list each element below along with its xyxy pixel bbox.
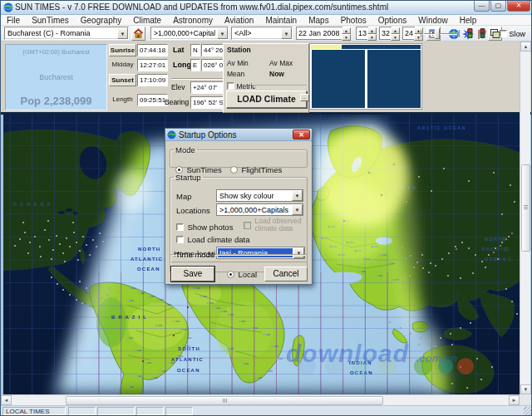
city-dot bbox=[69, 294, 71, 296]
maximize-button[interactable]: ▢ bbox=[490, 1, 506, 12]
more-button[interactable]: ... bbox=[300, 94, 309, 101]
speed-slider-thumb[interactable] bbox=[435, 28, 440, 39]
menu-bar: FileSunTimesGeographyClimateAstronomyAvi… bbox=[1, 15, 532, 26]
slow-checkbox-row[interactable]: Slow bbox=[500, 29, 525, 38]
long-dir-field[interactable]: E bbox=[190, 59, 200, 71]
resize-grip[interactable] bbox=[524, 407, 532, 415]
city-dot bbox=[127, 386, 129, 388]
horizontal-scroll-thumb[interactable] bbox=[66, 396, 383, 405]
midday-value: 12:27:01 bbox=[137, 59, 168, 71]
menu-item-file[interactable]: File bbox=[1, 15, 26, 26]
show-photos-checkbox[interactable] bbox=[176, 223, 184, 231]
menu-item-help[interactable]: Help bbox=[454, 15, 483, 26]
map-combo-value: Show sky colour bbox=[218, 191, 291, 200]
menu-item-climate[interactable]: Climate bbox=[127, 15, 167, 26]
locations-combo[interactable]: >1,000,000+Capitals▼ bbox=[216, 203, 303, 216]
hour-spinner[interactable]: 13 ▲▼ bbox=[356, 27, 368, 40]
save-button[interactable]: Save bbox=[171, 267, 214, 281]
close-button[interactable]: ✕ bbox=[507, 1, 530, 12]
dialog-title-bar[interactable]: Startup Options ✕ bbox=[165, 129, 312, 141]
city-dot bbox=[447, 275, 449, 277]
city-dot bbox=[493, 172, 495, 174]
local-radio-row[interactable]: Local bbox=[227, 267, 257, 281]
location-combo-value: Bucharest (C) - Romania bbox=[7, 29, 116, 37]
length-label: Length bbox=[109, 94, 136, 106]
city-dot bbox=[34, 236, 36, 237]
sunset-button[interactable]: Sunset bbox=[109, 74, 136, 86]
menu-item-aviation[interactable]: Aviation bbox=[219, 15, 259, 26]
city-dot bbox=[44, 229, 46, 231]
city-dot bbox=[214, 307, 215, 309]
cancel-button[interactable]: Cancel bbox=[264, 267, 308, 281]
menu-item-maintain[interactable]: Maintain bbox=[259, 15, 303, 26]
menu-item-window[interactable]: Window bbox=[412, 15, 454, 26]
hour-spin-buttons[interactable]: ▲▼ bbox=[367, 27, 377, 41]
city-dot bbox=[99, 232, 101, 234]
scroll-left-icon[interactable]: ◄ bbox=[1, 395, 12, 405]
city-dot bbox=[79, 250, 81, 252]
chevron-down-icon[interactable]: ▼ bbox=[117, 27, 128, 39]
population-filter-combo[interactable]: >1,000,000+Capitals▼ bbox=[150, 27, 229, 40]
horizontal-scrollbar[interactable]: ◄ ► bbox=[1, 394, 520, 405]
minimize-button[interactable]: — bbox=[474, 1, 490, 12]
date-spinner[interactable]: 22 Jan 2008 ▲▼ bbox=[296, 27, 342, 40]
city-dot bbox=[94, 301, 96, 302]
city-dot bbox=[448, 252, 450, 254]
region-filter-combo[interactable]: <All>▼ bbox=[231, 27, 293, 40]
load-climate-row[interactable]: Load climate data bbox=[176, 232, 249, 247]
metric-checkbox[interactable] bbox=[227, 82, 234, 90]
home-icon bbox=[133, 28, 144, 39]
chevron-down-icon[interactable]: ▼ bbox=[292, 190, 303, 201]
map-label: OCEAN bbox=[177, 368, 200, 373]
menu-item-geography[interactable]: Geography bbox=[75, 15, 127, 26]
mode-legend: Mode bbox=[174, 145, 197, 154]
map-combo[interactable]: Show sky colour▼ bbox=[216, 189, 303, 202]
city-dot bbox=[355, 250, 357, 252]
slow-checkbox[interactable] bbox=[500, 30, 507, 37]
city-dot bbox=[406, 201, 407, 203]
scroll-right-icon[interactable]: ► bbox=[509, 395, 520, 405]
vertical-scrollbar[interactable]: ▲ ▼ bbox=[520, 42, 530, 394]
city-dot bbox=[151, 377, 153, 379]
dialog-close-button[interactable]: ✕ bbox=[293, 130, 310, 139]
vertical-scroll-thumb[interactable] bbox=[521, 164, 530, 252]
spin-up-icon: ▲ bbox=[391, 27, 400, 34]
menu-item-options[interactable]: Options bbox=[372, 15, 412, 26]
location-combo[interactable]: Bucharest (C) - Romania▼ bbox=[4, 27, 129, 40]
load-climate-checkbox[interactable] bbox=[176, 236, 184, 243]
spin-down-icon: ▼ bbox=[391, 34, 400, 41]
chevron-down-icon[interactable]: ▼ bbox=[292, 204, 303, 215]
minute-spin-buttons[interactable]: ▲▼ bbox=[391, 27, 400, 41]
city-dot bbox=[480, 379, 482, 380]
second-spin-buttons[interactable]: ▲▼ bbox=[414, 27, 423, 41]
minute-spinner[interactable]: 32 ▲▼ bbox=[379, 27, 392, 40]
city-dot bbox=[185, 337, 186, 339]
city-dot bbox=[330, 246, 332, 247]
city-dot bbox=[119, 291, 121, 292]
lat-dir-field[interactable]: N bbox=[190, 44, 200, 56]
local-radio[interactable] bbox=[227, 271, 234, 278]
speed-slider-track[interactable] bbox=[424, 33, 457, 35]
elev-label: Elev bbox=[171, 83, 185, 91]
city-dot bbox=[86, 287, 87, 289]
second-spinner[interactable]: 24 ▲▼ bbox=[402, 27, 415, 40]
scroll-up-icon[interactable]: ▲ bbox=[520, 42, 531, 51]
menu-item-suntimes[interactable]: SunTimes bbox=[26, 15, 75, 26]
date-spin-buttons[interactable]: ▲▼ bbox=[342, 27, 351, 41]
status-bar: LOCAL TIMES bbox=[1, 405, 532, 415]
home-location-button[interactable] bbox=[131, 27, 145, 41]
city-dot bbox=[165, 304, 166, 306]
title-bar[interactable]: SUN TIMES - v 7.0 FREE DOWNLOAD and UPDA… bbox=[1, 1, 532, 15]
menu-item-maps[interactable]: Maps bbox=[303, 15, 334, 26]
city-dot bbox=[505, 238, 507, 240]
chevron-down-icon[interactable]: ▼ bbox=[217, 27, 228, 39]
city-dot bbox=[77, 259, 79, 261]
menu-item-photos[interactable]: Photos bbox=[335, 15, 372, 26]
metric-checkbox-row[interactable]: Metric bbox=[227, 81, 256, 91]
menu-item-astronomy[interactable]: Astronomy bbox=[167, 15, 219, 26]
sunrise-button[interactable]: Sunrise bbox=[109, 44, 136, 56]
chevron-down-icon[interactable]: ▼ bbox=[281, 27, 292, 39]
scroll-down-icon[interactable]: ▼ bbox=[520, 384, 531, 394]
load-climate-button[interactable]: LOAD Climate bbox=[226, 91, 307, 108]
city-dot bbox=[155, 325, 157, 326]
